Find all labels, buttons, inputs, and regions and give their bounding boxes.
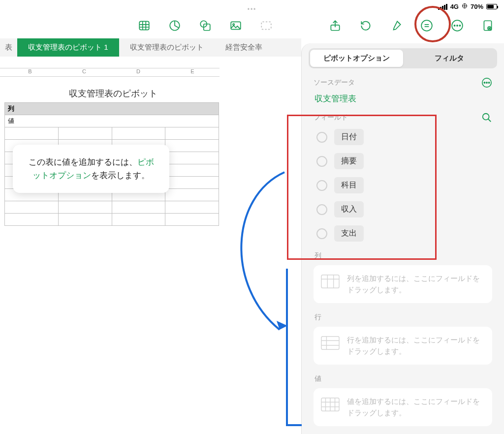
radio-icon[interactable] bbox=[316, 180, 327, 191]
radio-icon[interactable] bbox=[316, 156, 327, 167]
fields-label: フィールド bbox=[314, 113, 348, 122]
columns-zone-icon bbox=[320, 273, 340, 290]
tab-sheet-0[interactable]: 表 bbox=[0, 38, 17, 57]
field-tag[interactable]: 摘要 bbox=[334, 153, 364, 169]
battery-icon bbox=[486, 4, 497, 9]
rows-zone-section: 行 行を追加するには、ここにフィールドをドラッグします。 bbox=[309, 313, 497, 365]
field-item-2[interactable]: 科目 bbox=[316, 177, 492, 193]
values-zone-icon bbox=[320, 396, 340, 413]
svg-rect-22 bbox=[321, 275, 339, 288]
svg-point-16 bbox=[489, 28, 490, 29]
drag-handle-icon: ••• bbox=[248, 6, 257, 13]
zone-hint: 値を追加するには、ここにフィールドをドラッグします。 bbox=[347, 396, 485, 418]
radio-icon[interactable] bbox=[316, 132, 327, 143]
field-item-0[interactable]: 日付 bbox=[316, 129, 492, 145]
more-options-icon[interactable] bbox=[481, 77, 492, 88]
table-icon[interactable] bbox=[138, 19, 151, 32]
pivot-title: 収支管理表のピボット bbox=[10, 88, 217, 99]
radio-icon[interactable] bbox=[316, 228, 327, 239]
undo-icon[interactable] bbox=[359, 19, 372, 32]
rows-zone-icon bbox=[320, 335, 340, 351]
pivot-options-panel: ピボットオプション フィルタ ソースデータ 収支管理表 フィールド 日付 摘要 bbox=[301, 43, 504, 434]
document-icon[interactable] bbox=[481, 19, 494, 32]
svg-point-12 bbox=[457, 25, 458, 26]
more-icon[interactable] bbox=[451, 19, 464, 32]
format-brush-icon[interactable] bbox=[390, 19, 403, 32]
search-icon[interactable] bbox=[481, 112, 492, 123]
values-dropzone[interactable]: 値を追加するには、ここにフィールドをドラッグします。 bbox=[314, 388, 492, 426]
source-value[interactable]: 収支管理表 bbox=[315, 93, 492, 104]
hint-pre: この表に値を追加するには、 bbox=[29, 157, 137, 167]
annotation-blue-bracket bbox=[286, 269, 302, 426]
hint-post: を表示します。 bbox=[91, 171, 150, 180]
pivot-col-header: 列 bbox=[5, 103, 219, 115]
tab-sheet-3[interactable]: 経営安全率 bbox=[215, 38, 273, 57]
svg-point-21 bbox=[483, 114, 489, 120]
svg-rect-1 bbox=[139, 21, 149, 30]
col-e[interactable]: E bbox=[165, 68, 220, 76]
field-tag[interactable]: 日付 bbox=[334, 129, 364, 145]
svg-point-19 bbox=[486, 82, 487, 83]
panel-tab-options[interactable]: ピボットオプション bbox=[310, 50, 403, 67]
chart-icon[interactable] bbox=[168, 19, 181, 32]
svg-point-11 bbox=[454, 25, 455, 26]
panel-tab-filter[interactable]: フィルタ bbox=[403, 50, 496, 67]
col-d[interactable]: D bbox=[111, 68, 165, 76]
col-c[interactable]: C bbox=[57, 68, 111, 76]
rows-dropzone[interactable]: 行を追加するには、ここにフィールドをドラッグします。 bbox=[314, 327, 492, 365]
location-icon bbox=[462, 3, 468, 10]
svg-point-9 bbox=[421, 20, 432, 31]
svg-point-18 bbox=[484, 82, 485, 83]
source-data-section: ソースデータ 収支管理表 bbox=[309, 77, 497, 104]
field-tag[interactable]: 科目 bbox=[334, 177, 364, 193]
svg-point-13 bbox=[459, 25, 460, 26]
shapes-icon[interactable] bbox=[199, 19, 212, 32]
status-bar: 4G 70% bbox=[438, 3, 497, 10]
svg-rect-7 bbox=[261, 22, 271, 29]
media-icon[interactable] bbox=[229, 19, 242, 32]
columns-zone-section: 列 列を追加するには、ここにフィールドをドラッグします。 bbox=[309, 251, 497, 303]
field-tag[interactable]: 収入 bbox=[334, 201, 364, 217]
tab-sheet-1[interactable]: 収支管理表のピボット 1 bbox=[17, 38, 119, 57]
battery-pct: 70% bbox=[471, 3, 483, 10]
hint-card: この表に値を追加するには、ピボットオプションを表示します。 bbox=[13, 145, 169, 193]
share-icon[interactable] bbox=[329, 19, 342, 32]
collab-icon bbox=[260, 19, 273, 32]
columns-dropzone[interactable]: 列を追加するには、ここにフィールドをドラッグします。 bbox=[314, 265, 492, 303]
field-item-4[interactable]: 支出 bbox=[316, 225, 492, 242]
fields-section: フィールド 日付 摘要 科目 収入 支 bbox=[309, 112, 497, 242]
network-label: 4G bbox=[450, 3, 459, 10]
radio-icon[interactable] bbox=[316, 204, 327, 215]
zone-label-rows: 行 bbox=[315, 313, 491, 322]
svg-rect-23 bbox=[321, 337, 339, 350]
pivot-row-header: 値 bbox=[5, 115, 219, 127]
field-item-1[interactable]: 摘要 bbox=[316, 153, 492, 169]
pivot-options-icon[interactable] bbox=[420, 19, 433, 32]
field-tag[interactable]: 支出 bbox=[334, 225, 364, 242]
zone-hint: 列を追加するには、ここにフィールドをドラッグします。 bbox=[347, 273, 485, 295]
zone-label-values: 値 bbox=[315, 374, 491, 383]
column-headers: B C D E bbox=[0, 68, 220, 77]
col-b[interactable]: B bbox=[3, 68, 57, 76]
tab-sheet-2[interactable]: 収支管理表のピボット bbox=[119, 38, 215, 57]
signal-icon bbox=[438, 4, 447, 10]
toolbar bbox=[0, 14, 504, 37]
zone-label-columns: 列 bbox=[315, 251, 491, 260]
values-zone-section: 値 値を追加するには、ここにフィールドをドラッグします。 bbox=[309, 374, 497, 426]
source-label: ソースデータ bbox=[314, 78, 355, 87]
field-item-3[interactable]: 収入 bbox=[316, 201, 492, 217]
sheet-tabs: 表 収支管理表のピボット 1 収支管理表のピボット 経営安全率 bbox=[0, 38, 301, 57]
panel-tabs: ピボットオプション フィルタ bbox=[309, 48, 497, 68]
annotation-arrow bbox=[220, 167, 309, 344]
zone-hint: 行を追加するには、ここにフィールドをドラッグします。 bbox=[347, 335, 485, 357]
svg-point-20 bbox=[488, 82, 489, 83]
